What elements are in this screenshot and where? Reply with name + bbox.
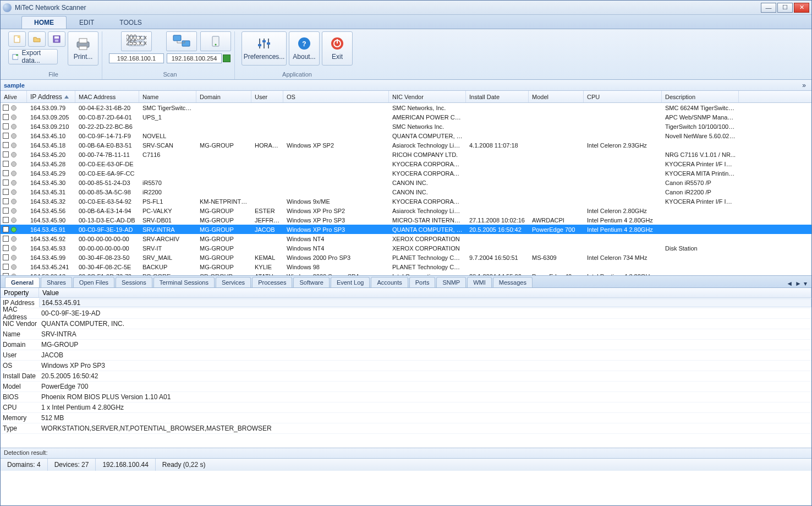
row-checkbox[interactable] [3, 198, 9, 204]
scan-device-button[interactable] [200, 31, 231, 51]
row-checkbox[interactable] [3, 179, 9, 186]
ip-range-icon[interactable]: 000.x.x255.x.x [121, 31, 152, 51]
row-checkbox[interactable] [3, 161, 9, 167]
property-row[interactable]: Memory512 MB [1, 413, 811, 423]
table-row[interactable]: 164.53.09.21000-22-2D-22-BC-B6SMC Networ… [1, 122, 811, 131]
detail-tab-software[interactable]: Software [293, 277, 329, 287]
detail-tab-general[interactable]: General [5, 277, 40, 287]
row-checkbox[interactable] [3, 236, 9, 242]
detail-tab-processes[interactable]: Processes [252, 277, 292, 287]
tab-prev-icon[interactable]: ◄ [786, 280, 793, 287]
table-row[interactable]: 164.53.45.24100-30-4F-08-2C-5EBACKUPMG-G… [1, 262, 811, 271]
scan-network-button[interactable] [166, 31, 197, 51]
expand-chevron-icon[interactable]: » [800, 81, 808, 89]
detail-tab-accounts[interactable]: Accounts [371, 277, 408, 287]
row-checkbox[interactable] [3, 264, 9, 270]
tab-tools[interactable]: TOOLS [107, 16, 154, 29]
save-button[interactable] [48, 31, 65, 47]
property-row[interactable]: NameSRV-INTRA [1, 329, 811, 340]
row-checkbox[interactable] [3, 123, 9, 129]
table-row[interactable]: 164.53.63.1300-0C-F1-9D-73-70PC-OGRECD-G… [1, 271, 811, 275]
table-row[interactable]: 164.53.45.9300-00-00-00-00-00SRV-ITMG-GR… [1, 243, 811, 253]
row-checkbox[interactable] [3, 208, 9, 214]
detail-tab-messages[interactable]: Messages [493, 277, 533, 287]
detail-tab-sessions[interactable]: Sessions [116, 277, 152, 287]
col-desc[interactable]: Description [662, 91, 739, 102]
table-row[interactable]: 164.53.45.9200-00-00-00-00-00SRV-ARCHIVM… [1, 234, 811, 243]
property-row[interactable]: TypeWORKSTATION,SERVER,NT,POTENTIAL_BROW… [1, 423, 811, 434]
col-name[interactable]: Name [139, 91, 196, 102]
open-button[interactable] [28, 31, 46, 47]
grid-body[interactable]: 164.53.09.7900-04-E2-31-6B-20SMC TigerSw… [1, 103, 811, 275]
col-mac[interactable]: MAC Address [75, 91, 139, 102]
col-cpu[interactable]: CPU [584, 91, 662, 102]
property-row[interactable]: OSWindows XP Pro SP3 [1, 361, 811, 371]
table-row[interactable]: 164.53.45.3200-C0-EE-63-54-92PS-FL1KM-NE… [1, 197, 811, 206]
col-domain[interactable]: Domain [196, 91, 251, 102]
row-checkbox[interactable] [3, 217, 9, 223]
preferences-button[interactable]: Preferences... [242, 31, 287, 66]
col-os[interactable]: OS [283, 91, 389, 102]
col-nic[interactable]: NIC Vendor [389, 91, 466, 102]
property-row[interactable]: IP Address164.53.45.91 [1, 298, 811, 308]
tab-next-icon[interactable]: ► [795, 280, 802, 287]
table-row[interactable]: 164.53.45.2900-C0-EE-6A-9F-CCKYOCERA COR… [1, 168, 811, 178]
table-row[interactable]: 164.53.45.3100-00-85-3A-5C-98iR2200CANON… [1, 187, 811, 197]
detail-tab-shares[interactable]: Shares [41, 277, 72, 287]
property-row[interactable]: CPU1 x Intel Pentium 4 2.80GHz [1, 402, 811, 413]
table-row[interactable]: 164.53.45.2000-00-74-7B-11-11C7116RICOH … [1, 150, 811, 159]
property-row[interactable]: DomainMG-GROUP [1, 340, 811, 350]
col-user[interactable]: User [251, 91, 283, 102]
tab-menu-icon[interactable]: ▾ [804, 280, 807, 287]
detail-tab-snmp[interactable]: SNMP [436, 277, 466, 287]
col-alive[interactable]: Alive [1, 91, 27, 102]
row-checkbox[interactable] [3, 226, 9, 232]
property-row[interactable]: BIOSPhoenix ROM BIOS PLUS Version 1.10 A… [1, 392, 811, 402]
detail-tab-services[interactable]: Services [216, 277, 251, 287]
row-checkbox[interactable] [3, 273, 9, 275]
row-checkbox[interactable] [3, 133, 9, 139]
table-row[interactable]: 164.53.45.9100-C0-9F-3E-19-ADSRV-INTRAMG… [1, 225, 811, 234]
table-row[interactable]: 164.53.45.2800-C0-EE-63-0F-DEKYOCERA COR… [1, 159, 811, 168]
row-checkbox[interactable] [3, 254, 9, 260]
prop-col-property[interactable]: Property [1, 288, 39, 297]
detail-tab-ports[interactable]: Ports [409, 277, 436, 287]
property-row[interactable]: ModelPowerEdge 700 [1, 382, 811, 392]
detail-tab-terminal-sessions[interactable]: Terminal Sessions [153, 277, 215, 287]
table-row[interactable]: 164.53.45.1000-C0-9F-14-71-F9NOVELLQUANT… [1, 131, 811, 140]
row-checkbox[interactable] [3, 189, 9, 195]
new-button[interactable] [8, 31, 26, 47]
row-checkbox[interactable] [3, 170, 9, 176]
tab-home[interactable]: HOME [21, 16, 67, 29]
property-row[interactable]: Install Date20.5.2005 16:50:42 [1, 371, 811, 382]
property-row[interactable]: NIC VendorQUANTA COMPUTER, INC. [1, 319, 811, 329]
export-data-button[interactable]: Export data... [8, 49, 58, 64]
col-install[interactable]: Install Date [466, 91, 529, 102]
table-row[interactable]: 164.53.45.5600-0B-6A-E3-14-94PC-VALKYMG-… [1, 206, 811, 215]
detail-tab-event-log[interactable]: Event Log [331, 277, 370, 287]
maximize-button[interactable]: ☐ [777, 3, 793, 13]
about-button[interactable]: ? About... [289, 31, 320, 66]
property-row[interactable]: UserJACOB [1, 350, 811, 361]
ip-grid-icon[interactable] [223, 55, 231, 62]
table-row[interactable]: 164.53.45.3000-00-85-51-24-D3iR5570CANON… [1, 178, 811, 187]
col-model[interactable]: Model [529, 91, 584, 102]
table-row[interactable]: 164.53.45.9000-13-D3-EC-AD-DBSRV-DB01MG-… [1, 215, 811, 225]
row-checkbox[interactable] [3, 245, 9, 251]
exit-button[interactable]: Exit [322, 31, 353, 66]
table-row[interactable]: 164.53.09.20500-C0-B7-2D-64-01UPS_1AMERI… [1, 112, 811, 122]
close-button[interactable]: ✕ [794, 3, 809, 13]
table-row[interactable]: 164.53.45.1800-0B-6A-E0-B3-51SRV-SCANMG-… [1, 140, 811, 150]
print-button[interactable]: Print... [68, 31, 98, 66]
table-row[interactable]: 164.53.45.9900-30-4F-08-23-50SRV_MAILMG-… [1, 253, 811, 262]
minimize-button[interactable]: — [761, 3, 776, 13]
row-checkbox[interactable] [3, 105, 9, 111]
table-row[interactable]: 164.53.09.7900-04-E2-31-6B-20SMC TigerSw… [1, 103, 811, 112]
prop-col-value[interactable]: Value [39, 288, 811, 297]
row-checkbox[interactable] [3, 114, 9, 120]
ip-end-input[interactable] [167, 53, 222, 63]
col-ip[interactable]: IP Address [27, 91, 75, 102]
row-checkbox[interactable] [3, 142, 9, 148]
detail-tab-wmi[interactable]: WMI [467, 277, 492, 287]
property-body[interactable]: IP Address164.53.45.91MAC Address00-C0-9… [1, 298, 811, 448]
